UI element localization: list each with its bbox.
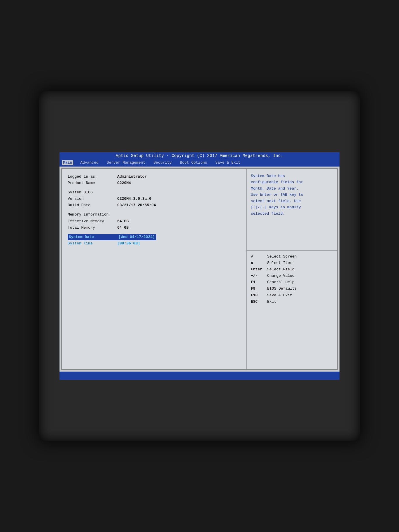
key-select-screen-desc: Select Screen: [267, 253, 297, 260]
key-plusminus: +/-: [251, 273, 265, 279]
build-date-label: Build Date: [68, 202, 117, 209]
version-value: C220M4.3.0.3a.0: [117, 196, 151, 202]
system-time-value[interactable]: [09:36:08]: [117, 240, 140, 247]
key-enter-desc: Select Field: [267, 266, 295, 273]
menu-item-main[interactable]: Main: [62, 160, 73, 165]
logged-in-label: Logged in as:: [68, 174, 117, 180]
help-line-2: configurable fields for: [251, 180, 303, 184]
key-arrows-lr: ⇄: [251, 253, 265, 260]
total-memory-label: Total Memory: [68, 225, 117, 231]
key-f1: F1: [251, 279, 265, 286]
build-date-row: Build Date 03/21/17 20:55:04: [68, 202, 241, 209]
key-f9-row: F9 BIOS Defaults: [251, 286, 333, 292]
help-line-1: System Date has: [251, 174, 285, 178]
memory-section-label: Memory Information: [68, 211, 117, 218]
product-name-value: C220M4: [117, 180, 131, 186]
help-text-box: System Date has configurable fields for …: [247, 169, 337, 251]
bios-screen: Aptio Setup Utility - Copyright (C) 2017…: [60, 152, 340, 380]
total-memory-value: 64 GB: [117, 225, 129, 231]
key-f1-row: F1 General Help: [251, 279, 333, 286]
bios-section-label: System BIOS: [68, 189, 117, 196]
key-esc-desc: Exit: [267, 299, 276, 305]
product-name-label: Product Name: [68, 180, 117, 186]
key-f10: F10: [251, 292, 265, 299]
key-select-item-desc: Select Item: [267, 260, 292, 266]
key-plusminus-desc: Change Value: [267, 273, 295, 279]
key-esc: ESC: [251, 299, 265, 305]
product-name-row: Product Name C220M4: [68, 180, 241, 186]
version-row: Version C220M4.3.0.3a.0: [68, 196, 241, 202]
logged-in-value: Administrator: [117, 174, 147, 180]
key-f10-row: F10 Save & Exit: [251, 292, 333, 299]
menu-item-server[interactable]: Server Management: [106, 160, 147, 165]
key-plusminus-row: +/- Change Value: [251, 273, 333, 279]
menu-item-advanced[interactable]: Advanced: [79, 160, 99, 165]
menu-bar: Main Advanced Server Management Security…: [60, 159, 340, 167]
key-help-box: ⇄ Select Screen ⇅ Select Item Enter Sele…: [247, 251, 337, 308]
key-select-item: ⇅ Select Item: [251, 260, 333, 266]
key-enter-row: Enter Select Field: [251, 266, 333, 273]
right-panel: System Date has configurable fields for …: [247, 169, 337, 369]
version-label: Version: [68, 196, 117, 202]
help-line-7: selected field.: [251, 211, 285, 216]
monitor-bezel: Aptio Setup Utility - Copyright (C) 2017…: [39, 91, 360, 441]
spacer-2: [68, 209, 241, 211]
build-date-value: 03/21/17 20:55:04: [117, 202, 156, 209]
key-f9: F9: [251, 286, 265, 292]
left-panel: Logged in as: Administrator Product Name…: [62, 169, 246, 369]
key-f1-desc: General Help: [267, 279, 295, 286]
system-date-value[interactable]: [Wed 04/17/2024]: [117, 234, 156, 240]
effective-memory-label: Effective Memory: [68, 218, 117, 225]
help-line-5: select next field. Use: [251, 199, 301, 203]
bottom-bar: [60, 372, 340, 380]
help-line-4: Use Enter or TAB key to: [251, 192, 303, 197]
menu-item-security[interactable]: Security: [152, 160, 173, 165]
effective-memory-value: 64 GB: [117, 218, 129, 225]
title-text: Aptio Setup Utility - Copyright (C) 2017…: [116, 153, 283, 158]
key-esc-row: ESC Exit: [251, 299, 333, 305]
key-arrows-ud: ⇅: [251, 260, 265, 266]
help-line-6: [+]/[-] keys to modify: [251, 205, 301, 209]
system-date-label: System Date: [68, 234, 117, 240]
logged-in-row: Logged in as: Administrator: [68, 174, 241, 180]
main-content: Logged in as: Administrator Product Name…: [60, 167, 340, 372]
system-time-row[interactable]: System Time [09:36:08]: [68, 240, 241, 247]
effective-memory-row: Effective Memory 64 GB: [68, 218, 241, 225]
memory-section-header: Memory Information: [68, 211, 241, 218]
total-memory-row: Total Memory 64 GB: [68, 225, 241, 231]
spacer-1: [68, 186, 241, 189]
key-f9-desc: BIOS Defaults: [267, 286, 297, 292]
system-time-label: System Time: [68, 240, 117, 247]
menu-item-boot[interactable]: Boot Options: [179, 160, 209, 165]
help-line-3: Month, Date and Year.: [251, 186, 299, 191]
system-date-row[interactable]: System Date [Wed 04/17/2024]: [68, 234, 241, 240]
menu-item-saveexit[interactable]: Save & Exit: [214, 160, 242, 165]
bios-section-header: System BIOS: [68, 189, 241, 196]
key-f10-desc: Save & Exit: [267, 292, 292, 299]
content-border: Logged in as: Administrator Product Name…: [61, 168, 338, 370]
key-select-screen: ⇄ Select Screen: [251, 253, 333, 260]
key-enter: Enter: [251, 266, 265, 273]
spacer-3: [68, 231, 241, 234]
title-bar: Aptio Setup Utility - Copyright (C) 2017…: [60, 152, 340, 159]
